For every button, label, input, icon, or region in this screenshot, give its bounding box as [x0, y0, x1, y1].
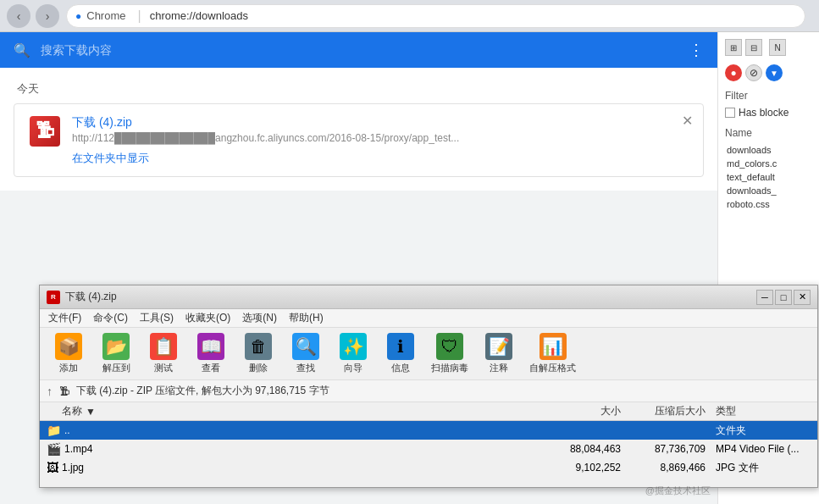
file-size-cell: 9,102,252: [543, 462, 628, 474]
toolbar-test-button[interactable]: 📋 测试: [141, 330, 185, 378]
download-url: http://112██████████████angzhou.fc.aliyu…: [72, 132, 689, 144]
has-blocked-row: Has blocke: [725, 107, 812, 119]
selfextract-label: 自解压格式: [529, 362, 576, 374]
forward-button[interactable]: ›: [36, 4, 59, 28]
sidebar-icon-n[interactable]: N: [769, 39, 786, 56]
view-icon: 📖: [197, 333, 224, 360]
toolbar-selfextract-button[interactable]: 📊 自解压格式: [524, 330, 581, 378]
scan-icon: 🛡: [436, 333, 463, 360]
winrar-close-button[interactable]: ✕: [794, 290, 811, 305]
zip-icon: 🗜: [30, 116, 60, 147]
delete-icon: 🗑: [245, 333, 272, 360]
menu-dots-icon[interactable]: ⋮: [689, 41, 704, 59]
record-button[interactable]: ●: [725, 64, 742, 81]
path-up-icon[interactable]: ↑: [47, 385, 53, 398]
winrar-title-text: 下载 (4).zip: [65, 290, 751, 304]
file-type-cell: 文件夹: [712, 424, 814, 438]
file-compressed-cell: 8,869,466: [628, 462, 712, 474]
table-row[interactable]: 📁 .. 文件夹: [40, 421, 817, 440]
search-bar: 🔍 ⋮: [0, 32, 717, 68]
wizard-icon: ✨: [340, 333, 367, 360]
main-layout: 🔍 ⋮ 今天 🗜 下载 (4).zip http://112██████████…: [0, 32, 819, 504]
search-input[interactable]: [41, 43, 678, 57]
info-label: 信息: [391, 362, 410, 374]
url-display: chrome://downloads: [150, 9, 796, 22]
toolbar-comment-button[interactable]: 📝 注释: [477, 330, 521, 378]
toolbar-find-button[interactable]: 🔍 查找: [284, 330, 328, 378]
winrar-window-controls: ─ □ ✕: [756, 290, 811, 305]
table-row[interactable]: 🎬 1.mp4 88,084,463 87,736,709 MP4 Video …: [40, 440, 817, 458]
test-label: 测试: [154, 362, 173, 374]
file-name-cell: 🖼 1.jpg: [43, 461, 543, 474]
view-label: 查看: [202, 362, 220, 374]
col-name-header[interactable]: 名称 ▼: [43, 404, 543, 418]
col-size-header[interactable]: 大小: [543, 404, 628, 418]
col-compressed-header[interactable]: 压缩后大小: [628, 404, 712, 418]
block-button[interactable]: ⊘: [745, 64, 762, 81]
browser-brand-label: Chrome: [86, 9, 125, 22]
sidebar-icon-1[interactable]: ⊞: [725, 39, 742, 56]
table-row[interactable]: 🖼 1.jpg 9,102,252 8,869,466 JPG 文件: [40, 458, 817, 477]
menu-tools[interactable]: 工具(S): [135, 309, 179, 327]
extract-icon: 📂: [102, 333, 130, 360]
extract-label: 解压到: [102, 362, 130, 374]
page-content: 🔍 ⋮ 今天 🗜 下载 (4).zip http://112██████████…: [0, 32, 717, 504]
close-download-button[interactable]: ✕: [682, 113, 693, 129]
col-type-header[interactable]: 类型: [712, 404, 814, 418]
back-button[interactable]: ‹: [7, 4, 30, 28]
winrar-app-icon: R: [47, 291, 60, 304]
sidebar-file-md-colors[interactable]: md_colors.c: [725, 158, 812, 169]
comment-label: 注释: [490, 362, 508, 374]
sidebar-icon-2[interactable]: ⊟: [745, 39, 762, 56]
search-icon: 🔍: [14, 42, 30, 58]
info-icon: ℹ: [387, 333, 414, 360]
minimize-button[interactable]: ─: [756, 290, 773, 305]
toolbar: 📦 添加 📂 解压到 📋 测试 📖 查看 🗑 删除: [40, 328, 817, 380]
download-info: 下载 (4).zip http://112██████████████angzh…: [72, 114, 689, 166]
nav-controls: ‹ ›: [7, 4, 59, 28]
file-name-cell: 📁 ..: [43, 424, 543, 437]
address-bar[interactable]: ● Chrome | chrome://downloads: [66, 4, 805, 28]
file-compressed-cell: 87,736,709: [628, 443, 712, 455]
menu-command[interactable]: 命令(C): [88, 309, 133, 327]
toolbar-scan-button[interactable]: 🛡 扫描病毒: [426, 330, 473, 378]
toolbar-info-button[interactable]: ℹ 信息: [379, 330, 423, 378]
filter-button[interactable]: ▼: [766, 64, 783, 81]
filter-section-title: Filter: [725, 90, 812, 102]
scan-label: 扫描病毒: [431, 362, 468, 374]
file-icon: 🗜: [28, 114, 62, 148]
image-file-icon: 🖼: [47, 461, 58, 474]
has-blocked-label: Has blocke: [739, 107, 789, 119]
add-icon: 📦: [55, 333, 82, 360]
add-label: 添加: [59, 362, 78, 374]
winrar-titlebar: R 下载 (4).zip ─ □ ✕: [40, 285, 817, 309]
menu-options[interactable]: 选项(N): [237, 309, 282, 327]
menu-file[interactable]: 文件(F): [43, 309, 86, 327]
test-icon: 📋: [150, 333, 177, 360]
show-in-folder-link[interactable]: 在文件夹中显示: [72, 151, 689, 166]
comment-icon: 📝: [485, 333, 512, 360]
sidebar-file-roboto[interactable]: roboto.css: [725, 198, 812, 210]
address-separator: |: [138, 8, 141, 24]
path-text: 下载 (4).zip - ZIP 压缩文件, 解包大小为 97,186,715 …: [76, 384, 329, 398]
sort-name-icon[interactable]: ▼: [84, 405, 97, 418]
download-filename[interactable]: 下载 (4).zip: [72, 115, 132, 129]
toolbar-extract-button[interactable]: 📂 解压到: [94, 330, 138, 378]
toolbar-delete-button[interactable]: 🗑 删除: [236, 330, 280, 378]
sidebar-file-downloads2[interactable]: downloads_: [725, 185, 812, 197]
toolbar-view-button[interactable]: 📖 查看: [189, 330, 233, 378]
downloads-page: 🔍 ⋮ 今天 🗜 下载 (4).zip http://112██████████…: [0, 32, 717, 191]
toolbar-add-button[interactable]: 📦 添加: [47, 330, 91, 378]
winrar-window: R 下载 (4).zip ─ □ ✕ 文件(F) 命令(C) 工具(S) 收藏夹…: [39, 285, 818, 488]
has-blocked-checkbox[interactable]: [725, 108, 735, 118]
secure-icon: ●: [75, 10, 81, 22]
sidebar-file-text-default[interactable]: text_default: [725, 171, 812, 183]
menu-favorites[interactable]: 收藏夹(O): [180, 309, 235, 327]
toolbar-wizard-button[interactable]: ✨ 向导: [331, 330, 375, 378]
maximize-button[interactable]: □: [775, 290, 792, 305]
name-section: Name downloads md_colors.c text_default …: [725, 127, 812, 210]
sidebar-file-downloads[interactable]: downloads: [725, 144, 812, 156]
find-label: 查找: [296, 362, 315, 374]
menu-help[interactable]: 帮助(H): [284, 309, 329, 327]
file-name-text: ..: [64, 424, 70, 436]
